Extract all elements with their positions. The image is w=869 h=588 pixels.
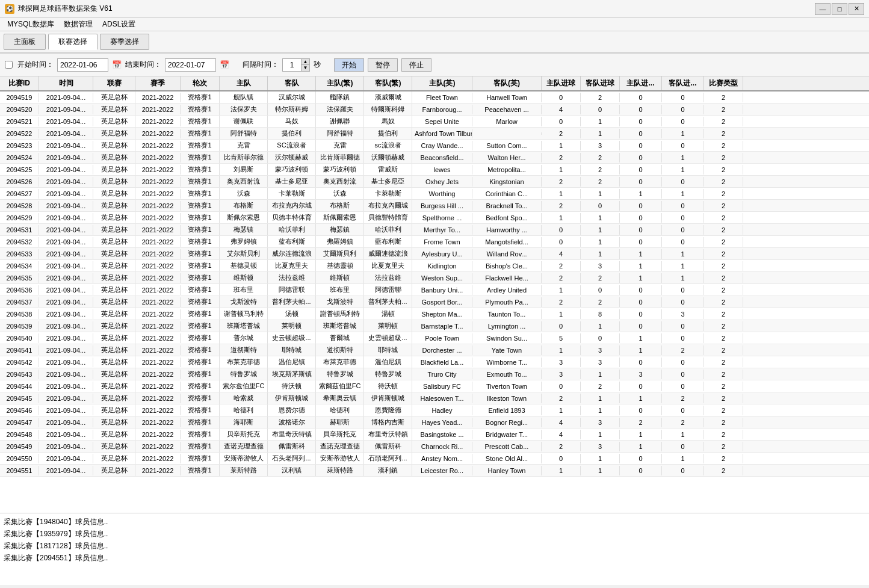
table-cell: 法保羅夫 (316, 104, 364, 115)
table-cell: 索尔兹伯里FC (220, 380, 268, 392)
log-line: 采集比赛【2094551】球员信息.. (4, 552, 865, 564)
table-row[interactable]: 20945482021-09-04...英足总杯2021-2022资格赛1贝辛斯… (0, 429, 869, 441)
table-cell: 戈斯波特 (220, 296, 268, 308)
table-cell: 资格赛1 (181, 429, 220, 440)
table-row[interactable]: 20945242021-09-04...英足总杯2021-2022资格赛1比肯斯… (0, 152, 869, 164)
table-cell: 0 (620, 237, 662, 247)
table-cell: 2 (542, 442, 581, 451)
tab-league[interactable]: 联赛选择 (48, 34, 97, 50)
table-row[interactable]: 20945312021-09-04...英足总杯2021-2022资格赛1梅瑟镇… (0, 224, 869, 236)
table-cell: 蒙巧波利頓 (316, 164, 364, 175)
spin-down[interactable]: ▼ (301, 65, 309, 71)
menu-mysql[interactable]: MYSQL数据库 (2, 18, 59, 31)
table-row[interactable]: 20945352021-09-04...英足总杯2021-2022资格赛1维斯顿… (0, 272, 869, 284)
table-row[interactable]: 20945492021-09-04...英足总杯2021-2022资格赛1查诺克… (0, 441, 869, 453)
table-row[interactable]: 20945272021-09-04...英足总杯2021-2022资格赛1沃森卡… (0, 188, 869, 200)
table-row[interactable]: 20945292021-09-04...英足总杯2021-2022资格赛1斯佩尔… (0, 212, 869, 224)
table-row[interactable]: 20945342021-09-04...英足总杯2021-2022资格赛1基德灵… (0, 260, 869, 272)
table-cell: 2021-09-04... (39, 430, 93, 439)
table-cell: 斯佩尔索恩 (220, 212, 268, 223)
table-cell: Hayes Yead... (412, 418, 472, 427)
col-header-home-e: 主队(英) (412, 76, 472, 90)
table-cell: 布拉克內爾城 (364, 200, 412, 211)
table-row[interactable]: 20945422021-09-04...英足总杯2021-2022资格赛1布莱克… (0, 356, 869, 368)
table-row[interactable]: 20945252021-09-04...英足总杯2021-2022资格赛1刘易斯… (0, 164, 869, 176)
table-cell: 1 (662, 189, 704, 199)
table-cell: 2021-2022 (135, 418, 181, 427)
table-cell: 1 (620, 189, 662, 199)
table-cell: 1 (662, 430, 704, 439)
table-cell: 资格赛1 (181, 344, 220, 356)
table-row[interactable]: 20945452021-09-04...英足总杯2021-2022资格赛1哈索威… (0, 392, 869, 404)
table-row[interactable]: 20945222021-09-04...英足总杯2021-2022资格赛1阿舒福… (0, 128, 869, 140)
table-cell: 0 (620, 466, 662, 475)
col-header-ag: 客队进球 (581, 76, 620, 90)
table-row[interactable]: 20945502021-09-04...英足总杯2021-2022资格赛1安斯蒂… (0, 453, 869, 465)
calendar-icon-start[interactable]: 📅 (112, 60, 122, 69)
start-time-input[interactable] (57, 58, 108, 72)
table-row[interactable]: 20945212021-09-04...英足总杯2021-2022资格赛1谢佩联… (0, 116, 869, 128)
table-row[interactable]: 20945282021-09-04...英足总杯2021-2022资格赛1布格斯… (0, 200, 869, 212)
table-cell: 2 (581, 93, 620, 102)
table-cell: 资格赛1 (181, 91, 220, 103)
table-cell: 2 (542, 129, 581, 138)
table-row[interactable]: 20945512021-09-04...英足总杯2021-2022资格赛1莱斯特… (0, 465, 869, 477)
table-cell: 2021-2022 (135, 357, 181, 367)
table-cell: 英足总杯 (93, 116, 135, 127)
table-row[interactable]: 20945392021-09-04...英足总杯2021-2022资格赛1班斯塔… (0, 320, 869, 332)
interval-input[interactable] (283, 59, 301, 71)
table-cell: 2 (704, 285, 743, 295)
tab-season[interactable]: 赛季选择 (100, 34, 149, 50)
table-cell: 沃森 (316, 188, 364, 199)
table-cell: 英足总杯 (93, 200, 135, 211)
spin-up[interactable]: ▲ (301, 59, 309, 65)
table-row[interactable]: 20945332021-09-04...英足总杯2021-2022资格赛1艾尔斯… (0, 248, 869, 260)
table-cell: Swindon Su... (472, 333, 542, 343)
table-cell: Bedfont Spo... (472, 213, 542, 223)
table-cell: Hamworthy ... (472, 225, 542, 235)
table-cell: 提伯利 (364, 128, 412, 139)
calendar-icon-end[interactable]: 📅 (220, 60, 229, 69)
table-body[interactable]: 20945192021-09-04...英足总杯2021-2022资格赛1舰队镇… (0, 91, 869, 513)
tab-main[interactable]: 主面板 (4, 34, 46, 50)
table-cell: 2094547 (0, 418, 39, 427)
maximize-button[interactable]: □ (832, 3, 847, 15)
start-button[interactable]: 开始 (334, 58, 364, 72)
table-cell: 2021-2022 (135, 141, 181, 150)
table-row[interactable]: 20945462021-09-04...英足总杯2021-2022资格赛1哈德利… (0, 404, 869, 416)
table-row[interactable]: 20945362021-09-04...英足总杯2021-2022资格赛1班布里… (0, 284, 869, 296)
pause-button[interactable]: 暂停 (368, 58, 398, 72)
table-cell: 2021-2022 (135, 201, 181, 211)
minimize-button[interactable]: — (815, 3, 830, 15)
table-cell: 资格赛1 (181, 320, 220, 332)
table-row[interactable]: 20945202021-09-04...英足总杯2021-2022资格赛1法保罗… (0, 104, 869, 116)
table-row[interactable]: 20945472021-09-04...英足总杯2021-2022资格赛1海耶斯… (0, 416, 869, 429)
start-time-checkbox[interactable] (5, 61, 13, 69)
menu-data[interactable]: 数据管理 (59, 18, 97, 31)
table-cell: 布里奇沃特鎮 (364, 429, 412, 440)
table-row[interactable]: 20945402021-09-04...英足总杯2021-2022资格赛1普尔城… (0, 332, 869, 344)
table-row[interactable]: 20945322021-09-04...英足总杯2021-2022资格赛1弗罗姆… (0, 236, 869, 248)
table-row[interactable]: 20945432021-09-04...英足总杯2021-2022资格赛1特鲁罗… (0, 368, 869, 380)
table-cell: 2094525 (0, 165, 39, 175)
table-row[interactable]: 20945382021-09-04...英足总杯2021-2022资格赛1谢普顿… (0, 308, 869, 320)
table-cell: 3 (581, 261, 620, 271)
table-cell: 3 (542, 357, 581, 367)
table-row[interactable]: 20945262021-09-04...英足总杯2021-2022资格赛1奥克西… (0, 176, 869, 188)
close-button[interactable]: ✕ (849, 3, 864, 15)
table-cell: 普利茅夫帕... (268, 296, 316, 308)
table-cell: 0 (542, 321, 581, 331)
end-time-input[interactable] (165, 58, 216, 72)
table-row[interactable]: 20945412021-09-04...英足总杯2021-2022资格赛1道彻斯… (0, 344, 869, 356)
table-cell: 谢普顿马利特 (220, 308, 268, 320)
table-row[interactable]: 20945442021-09-04...英足总杯2021-2022资格赛1索尔兹… (0, 380, 869, 392)
table-cell: 待沃顿 (268, 380, 316, 392)
col-header-apa: 客队进... (662, 76, 704, 90)
stop-button[interactable]: 停止 (401, 58, 431, 72)
table-row[interactable]: 20945232021-09-04...英足总杯2021-2022资格赛1克雷S… (0, 140, 869, 152)
table-row[interactable]: 20945372021-09-04...英足总杯2021-2022资格赛1戈斯波… (0, 296, 869, 308)
menu-adsl[interactable]: ADSL设置 (97, 18, 140, 31)
interval-spinner[interactable]: ▲ ▼ (282, 58, 310, 72)
table-cell: 2094526 (0, 177, 39, 187)
table-row[interactable]: 20945192021-09-04...英足总杯2021-2022资格赛1舰队镇… (0, 91, 869, 104)
